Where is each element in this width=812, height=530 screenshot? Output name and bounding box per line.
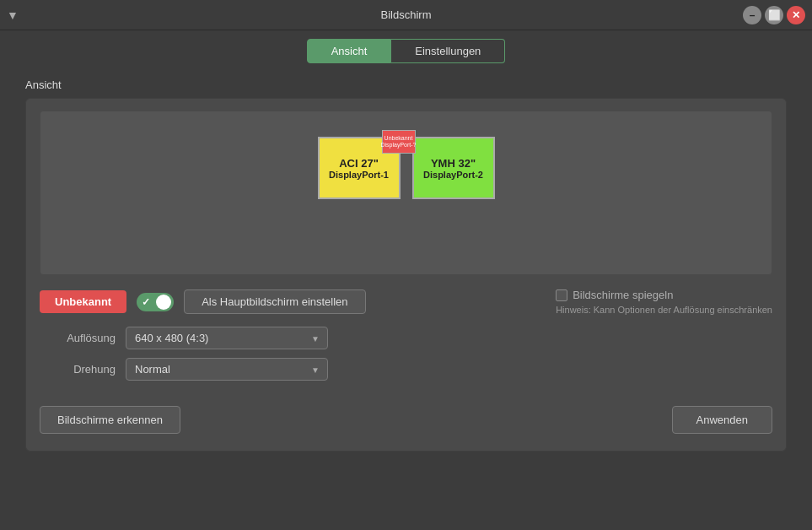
section-box: ACI 27" DisplayPort-1 UnbekanntDisplayPo… [25, 98, 787, 452]
mirror-section: Bildschirme spiegeln Hinweis: Kann Optio… [556, 289, 772, 315]
monitor-aci-port: DisplayPort-1 [329, 170, 389, 180]
rotation-select-wrapper: Normal 90° 180° 270° [126, 358, 328, 381]
controls-row: Unbekannt ✓ Als Hauptbildschirm einstell… [40, 289, 772, 315]
resolution-select-wrapper: 640 x 480 (4:3) 800 x 600 (4:3) 1024 x 7… [126, 327, 328, 349]
mirror-hint: Hinweis: Kann Optionen der Auflösung ein… [556, 305, 772, 315]
hauptbildschirm-button[interactable]: Als Hauptbildschirm einstellen [184, 289, 365, 314]
monitors-container: ACI 27" DisplayPort-1 UnbekanntDisplayPo… [318, 137, 495, 199]
resolution-select[interactable]: 640 x 480 (4:3) 800 x 600 (4:3) 1024 x 7… [126, 327, 328, 349]
rotation-row: Drehung Normal 90° 180° 270° [40, 358, 772, 381]
monitor-ymh[interactable]: YMH 32" DisplayPort-2 [412, 137, 495, 199]
monitor-unknown-name: UnbekanntDisplayPort-? [381, 135, 417, 148]
erkennen-button[interactable]: Bildschirme erkennen [40, 406, 180, 434]
titlebar: ▼ Bildschirm – ⬜ ✕ [0, 0, 812, 30]
tabs-bar: Ansicht Einstellungen [0, 30, 812, 70]
window-title: Bildschirm [381, 8, 432, 21]
monitor-unknown-box[interactable]: UnbekanntDisplayPort-? [382, 130, 416, 154]
window-menu-icon[interactable]: ▼ [7, 8, 19, 22]
rotation-label: Drehung [40, 363, 116, 376]
toggle-check-icon: ✓ [142, 296, 150, 308]
mirror-label-row: Bildschirme spiegeln [556, 289, 772, 301]
tab-ansicht[interactable]: Ansicht [307, 39, 392, 63]
section-title: Ansicht [25, 78, 787, 91]
monitor-ymh-name: YMH 32" [431, 157, 476, 170]
monitor-toggle[interactable]: ✓ [137, 293, 174, 311]
resolution-row: Auflösung 640 x 480 (4:3) 800 x 600 (4:3… [40, 327, 772, 349]
window-controls: – ⬜ ✕ [743, 6, 805, 24]
bottom-row: Bildschirme erkennen Anwenden [40, 398, 772, 434]
monitor-ymh-port: DisplayPort-2 [423, 170, 483, 180]
close-button[interactable]: ✕ [787, 6, 805, 24]
toggle-knob [156, 295, 171, 310]
minimize-button[interactable]: – [743, 6, 761, 24]
unbekannt-button[interactable]: Unbekannt [40, 290, 126, 313]
anwenden-button[interactable]: Anwenden [672, 406, 772, 434]
mirror-checkbox[interactable] [556, 289, 567, 301]
display-preview-area: ACI 27" DisplayPort-1 UnbekanntDisplayPo… [40, 111, 772, 275]
main-content: Ansicht ACI 27" DisplayPort-1 UnbekanntD… [0, 70, 812, 468]
mirror-label-text: Bildschirme spiegeln [573, 289, 673, 301]
tab-einstellungen[interactable]: Einstellungen [391, 39, 505, 63]
rotation-select[interactable]: Normal 90° 180° 270° [126, 358, 328, 381]
monitor-aci-name: ACI 27" [339, 157, 379, 170]
monitor-aci[interactable]: ACI 27" DisplayPort-1 UnbekanntDisplayPo… [318, 137, 401, 199]
resolution-label: Auflösung [40, 332, 116, 344]
restore-button[interactable]: ⬜ [765, 6, 783, 24]
